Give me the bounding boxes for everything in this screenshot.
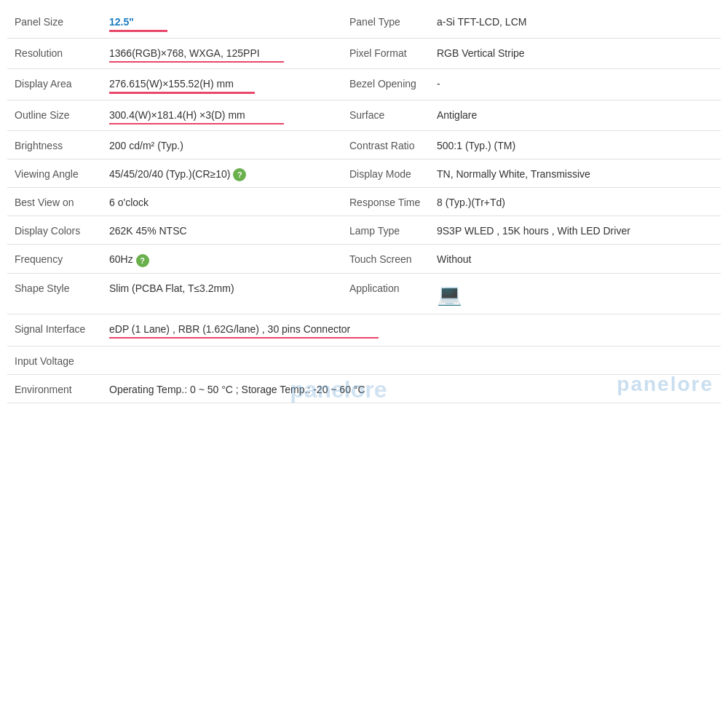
spec-value2: Antiglare xyxy=(437,109,477,121)
label2-cell: Display Mode xyxy=(342,159,430,188)
label-cell: Panel Size xyxy=(7,7,102,38)
label2-cell: Bezel Opening xyxy=(342,69,430,100)
label2-cell: Panel Type xyxy=(342,7,430,38)
value-cell: 12.5" xyxy=(102,7,342,38)
help-icon[interactable]: ? xyxy=(233,168,246,181)
value2-cell: a-Si TFT-LCD, LCM xyxy=(430,7,721,38)
label-cell: Display Colors xyxy=(7,216,102,245)
value-cell: Slim (PCBA Flat, T≤3.2mm) xyxy=(102,273,342,314)
value2-cell: 8 (Typ.)(Tr+Td) xyxy=(430,188,721,216)
value-cell: 45/45/20/40 (Typ.)(CR≥10)? xyxy=(102,159,342,188)
label2-cell: Touch Screen xyxy=(342,245,430,273)
value-cell: 1366(RGB)×768, WXGA, 125PPI xyxy=(102,38,342,69)
value2-cell: Without xyxy=(430,245,721,273)
spec-value2: a-Si TFT-LCD, LCM xyxy=(437,16,526,28)
label2-cell: Contrast Ratio xyxy=(342,131,430,159)
spec-value2: 8 (Typ.)(Tr+Td) xyxy=(437,197,505,208)
pink-underline xyxy=(109,30,167,32)
value2-cell: 💻 xyxy=(430,273,721,314)
label-cell: Input Voltage xyxy=(7,347,102,375)
value-cell: 60Hz? xyxy=(102,245,342,273)
label-cell: Best View on xyxy=(7,188,102,216)
label-cell: Display Area xyxy=(7,69,102,100)
value2-cell: - xyxy=(430,69,721,100)
label-cell: Brightness xyxy=(7,131,102,159)
spec-value: 45/45/20/40 (Typ.)(CR≥10) xyxy=(109,168,230,180)
spec-value2: Without xyxy=(437,253,471,265)
spec-value: 276.615(W)×155.52(H) mm xyxy=(109,78,234,90)
spec-value: 60Hz xyxy=(109,253,133,265)
label-cell: Frequency xyxy=(7,245,102,273)
pink-underline xyxy=(109,92,255,94)
env-watermark: panelore xyxy=(290,376,387,403)
label-cell: Signal Interface xyxy=(7,314,102,347)
label-cell: Outline Size xyxy=(7,100,102,131)
pink-underline xyxy=(109,337,379,339)
spec-value2: - xyxy=(437,78,440,90)
value2-cell: 9S3P WLED , 15K hours , With LED Driver xyxy=(430,216,721,245)
value2-cell: RGB Vertical Stripe xyxy=(430,38,721,69)
value-cell: 276.615(W)×155.52(H) mm xyxy=(102,69,342,100)
spec-value: 300.4(W)×181.4(H) ×3(D) mm xyxy=(109,109,245,121)
spec-value2: RGB Vertical Stripe xyxy=(437,47,525,59)
spec-value: 6 o'clock xyxy=(109,197,149,208)
value-cell: 6 o'clock xyxy=(102,188,342,216)
full-span-text: eDP (1 Lane) , RBR (1.62G/lane) , 30 pin… xyxy=(109,323,350,335)
help-icon[interactable]: ? xyxy=(136,254,149,267)
value-cell: 200 cd/m² (Typ.) xyxy=(102,131,342,159)
label2-cell: Application xyxy=(342,273,430,314)
label2-cell: Lamp Type xyxy=(342,216,430,245)
value2-cell: Antiglare xyxy=(430,100,721,131)
env-text: Operating Temp.: 0 ~ 50 °C ; Storage Tem… xyxy=(109,384,365,395)
label2-cell: Pixel Format xyxy=(342,38,430,69)
spec-table: Panel Size 12.5" Panel Type a-Si TFT-LCD… xyxy=(7,7,721,403)
value-cell xyxy=(102,347,721,375)
spec-value2: TN, Normally White, Transmissive xyxy=(437,168,590,180)
label-cell: Viewing Angle xyxy=(7,159,102,188)
value-cell: Operating Temp.: 0 ~ 50 °C ; Storage Tem… xyxy=(102,375,721,403)
pink-underline xyxy=(109,123,284,125)
value-cell: 262K 45% NTSC xyxy=(102,216,342,245)
value2-cell: TN, Normally White, Transmissive xyxy=(430,159,721,188)
value-cell: 300.4(W)×181.4(H) ×3(D) mm xyxy=(102,100,342,131)
panel-size-value: 12.5" xyxy=(109,16,134,28)
label2-cell: Surface xyxy=(342,100,430,131)
label-cell: Shape Style xyxy=(7,273,102,314)
spec-value2: 500:1 (Typ.) (TM) xyxy=(437,140,515,151)
value2-cell: 500:1 (Typ.) (TM) xyxy=(430,131,721,159)
spec-value: Slim (PCBA Flat, T≤3.2mm) xyxy=(109,282,234,294)
label2-cell: Response Time xyxy=(342,188,430,216)
spec-value2: 9S3P WLED , 15K hours , With LED Driver xyxy=(437,225,630,237)
label-cell: Environment xyxy=(7,375,102,403)
spec-value: 1366(RGB)×768, WXGA, 125PPI xyxy=(109,47,260,59)
label-cell: Resolution xyxy=(7,38,102,69)
page-wrapper: Panel Size 12.5" Panel Type a-Si TFT-LCD… xyxy=(0,0,728,411)
spec-value: 200 cd/m² (Typ.) xyxy=(109,140,183,151)
pink-underline xyxy=(109,61,284,63)
laptop-icon: 💻 xyxy=(437,282,462,306)
spec-value: 262K 45% NTSC xyxy=(109,225,187,237)
value-cell-full: eDP (1 Lane) , RBR (1.62G/lane) , 30 pin… xyxy=(102,314,721,347)
